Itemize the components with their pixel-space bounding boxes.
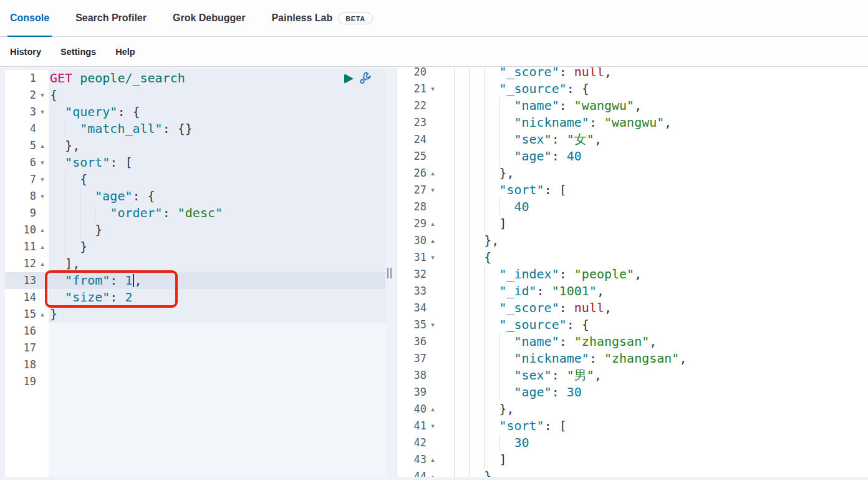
indent — [439, 97, 454, 114]
code-content[interactable]: "_id": "1001", — [439, 283, 868, 300]
code-content[interactable]: "sort": [ — [49, 154, 385, 171]
code-content[interactable]: "_source": { — [439, 316, 868, 333]
fold-end-icon[interactable]: ▴ — [36, 306, 49, 323]
code-content[interactable]: } — [49, 238, 385, 255]
code-content[interactable]: { — [439, 249, 868, 266]
token-key: "age" — [514, 384, 551, 399]
code-content[interactable]: "match_all": {} — [49, 120, 385, 137]
code-content[interactable]: { — [49, 171, 385, 188]
indent — [439, 148, 454, 165]
line-number: 33 — [397, 283, 427, 300]
code-content[interactable]: "_index": "people", — [439, 266, 868, 283]
code-content[interactable]: }, — [439, 165, 868, 182]
code-content[interactable]: 30 — [439, 434, 868, 451]
indent-guide — [484, 418, 499, 434]
token-punct: : — [589, 351, 604, 366]
tab-console[interactable]: Console — [10, 0, 49, 36]
fold-end-icon[interactable]: ▴ — [427, 451, 439, 468]
token-str: "zhangsan" — [574, 334, 649, 349]
code-content[interactable]: ] — [439, 451, 868, 468]
code-content[interactable]: "name": "wangwu", — [439, 97, 868, 114]
code-content[interactable] — [49, 356, 385, 373]
code-content[interactable]: "_score": null, — [439, 300, 868, 316]
fold-end-icon[interactable]: ▴ — [427, 232, 439, 249]
code-content[interactable]: "order": "desc" — [49, 205, 385, 222]
code-content[interactable] — [49, 373, 385, 390]
response-viewer[interactable]: 20"_score": null,21▾"_source": {22"name"… — [397, 67, 868, 480]
code-content[interactable]: "age": 30 — [439, 384, 868, 401]
gutter-cell: 4 — [5, 120, 49, 137]
code-content[interactable] — [49, 340, 385, 356]
indent-guide — [469, 266, 484, 283]
fold-open-icon[interactable]: ▾ — [427, 249, 439, 266]
menu-item-history[interactable]: History — [10, 47, 41, 57]
code-content[interactable]: "age": 40 — [439, 148, 868, 165]
indent-guide — [469, 182, 484, 198]
fold-end-icon[interactable]: ▴ — [36, 137, 49, 154]
code-content[interactable]: "age": { — [49, 188, 385, 205]
tab-painless-lab[interactable]: Painless LabBETA — [271, 0, 372, 36]
token-punct: : {} — [163, 121, 193, 136]
code-content[interactable]: } — [49, 222, 385, 238]
gutter-cell: 30▴ — [397, 232, 439, 249]
indent — [439, 215, 454, 232]
code-content[interactable]: "sex": "男", — [439, 367, 868, 384]
code-content[interactable]: GET people/_search — [49, 70, 385, 87]
fold-open-icon[interactable]: ▾ — [36, 188, 49, 205]
pane-splitter[interactable] — [385, 67, 397, 480]
code-content[interactable]: }, — [439, 232, 868, 249]
fold-open-icon[interactable]: ▾ — [36, 154, 49, 171]
fold-end-icon[interactable]: ▴ — [36, 255, 49, 272]
code-content[interactable]: 40 — [439, 198, 868, 215]
fold-open-icon[interactable]: ▾ — [427, 81, 439, 97]
code-content[interactable]: }, — [439, 401, 868, 418]
fold-open-icon[interactable]: ▾ — [427, 182, 439, 198]
tab-search-profiler[interactable]: Search Profiler — [75, 0, 147, 36]
code-content[interactable]: } — [49, 306, 385, 323]
fold-end-icon[interactable]: ▴ — [427, 215, 439, 232]
menu-item-help[interactable]: Help — [115, 47, 135, 57]
fold-end-icon[interactable]: ▴ — [427, 165, 439, 182]
token-key: "nickname" — [514, 351, 589, 366]
indent-guide — [484, 148, 499, 165]
fold-open-icon[interactable]: ▾ — [427, 418, 439, 434]
fold-end-icon[interactable]: ▴ — [36, 238, 49, 255]
code-content[interactable]: ] — [439, 215, 868, 232]
code-content[interactable]: ], — [49, 255, 385, 272]
fold-end-icon[interactable]: ▴ — [36, 222, 49, 238]
fold-spacer — [427, 350, 439, 367]
code-content[interactable]: }, — [49, 137, 385, 154]
fold-open-icon[interactable]: ▾ — [36, 104, 49, 120]
code-content[interactable]: "nickname": "zhangsan", — [439, 350, 868, 367]
code-content[interactable] — [49, 323, 385, 340]
code-content[interactable]: "sex": "女", — [439, 131, 868, 148]
code-line-27: 27▾"sort": [ — [397, 182, 868, 198]
line-number: 11 — [5, 238, 36, 255]
indent-guide — [469, 316, 484, 333]
code-content[interactable]: "sort": [ — [439, 418, 868, 434]
fold-open-icon[interactable]: ▾ — [36, 171, 49, 188]
menu-item-settings[interactable]: Settings — [60, 47, 96, 57]
code-line-1: 1GET people/_search — [5, 70, 385, 87]
line-number: 30 — [397, 232, 427, 249]
code-content[interactable]: "_source": { — [439, 81, 868, 97]
code-content[interactable] — [49, 390, 385, 480]
indent-guide — [454, 401, 469, 418]
fold-end-icon[interactable]: ▴ — [427, 401, 439, 418]
indent-guide — [484, 81, 499, 97]
code-content[interactable]: "name": "zhangsan", — [439, 333, 868, 350]
token-punct: }, — [499, 401, 514, 416]
send-request-button[interactable] — [344, 74, 354, 84]
code-content[interactable]: { — [49, 87, 385, 104]
code-content[interactable]: "_score": null, — [439, 67, 868, 81]
wrench-icon[interactable] — [358, 71, 372, 86]
code-content[interactable]: "query": { — [49, 104, 385, 120]
fold-open-icon[interactable]: ▾ — [36, 87, 49, 104]
tab-grok-debugger[interactable]: Grok Debugger — [173, 0, 245, 36]
line-number: 9 — [5, 205, 36, 222]
fold-open-icon[interactable]: ▾ — [427, 316, 439, 333]
code-content[interactable]: "sort": [ — [439, 182, 868, 198]
code-content[interactable]: "nickname": "wangwu", — [439, 114, 868, 131]
gutter-cell: 35▾ — [397, 316, 439, 333]
code-line-28: 2840 — [397, 198, 868, 215]
